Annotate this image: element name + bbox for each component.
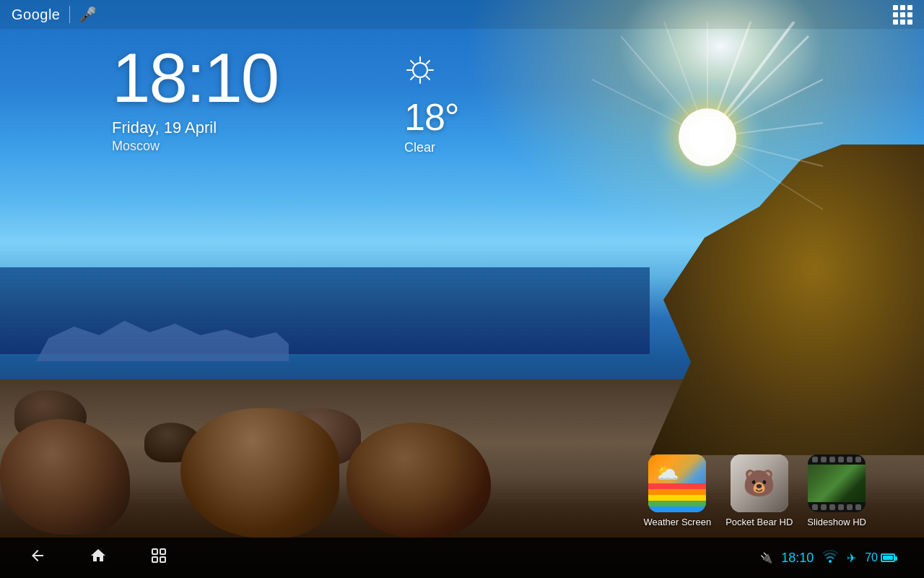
svg-rect-24	[160, 549, 165, 554]
svg-line-21	[427, 61, 430, 64]
sun-graphic	[592, 22, 823, 253]
logo-divider	[69, 6, 70, 23]
weather-widget: 18° Clear	[404, 54, 459, 155]
weather-description: Clear	[404, 140, 459, 155]
airplane-mode-icon: ✈	[847, 551, 856, 565]
apps-grid-button[interactable]	[893, 5, 912, 25]
back-button[interactable]	[29, 547, 46, 569]
grid-dot	[907, 12, 912, 17]
svg-point-14	[413, 63, 427, 77]
clock-time: 18:10	[112, 43, 278, 113]
svg-rect-23	[152, 549, 157, 554]
google-text: Google	[12, 7, 61, 23]
sun-icon-small	[404, 54, 436, 86]
battery-percentage: 70	[865, 551, 878, 564]
app-slideshow-hd[interactable]: Slideshow HD	[807, 454, 866, 527]
grid-dot	[907, 5, 912, 10]
clock-city: Moscow	[112, 139, 278, 154]
usb-icon: 🔌	[760, 552, 772, 564]
clock-date: Friday, 19 April	[112, 118, 278, 137]
grid-dot	[900, 12, 905, 17]
svg-rect-26	[160, 557, 165, 562]
grid-dot	[893, 12, 898, 17]
app-dock: Weather Screen Pocket Bear HD	[643, 454, 866, 527]
clock-widget: 18:10 Friday, 19 April Moscow	[112, 43, 278, 154]
svg-rect-25	[152, 557, 157, 562]
film-strip-bottom	[808, 502, 866, 512]
weather-temperature: 18°	[404, 95, 459, 139]
svg-line-20	[427, 77, 430, 80]
grid-dot	[907, 20, 912, 25]
nav-icons-left	[29, 547, 167, 569]
nav-icons-right: 🔌 18:10 ✈ 70	[760, 550, 895, 566]
svg-point-13	[689, 119, 725, 155]
app-weather-screen-label: Weather Screen	[643, 517, 711, 527]
navigation-bar: 🔌 18:10 ✈ 70	[0, 538, 924, 578]
grid-dot	[893, 20, 898, 25]
battery-indicator: 70	[865, 551, 895, 564]
microphone-icon[interactable]: 🎤	[79, 6, 97, 23]
svg-line-19	[411, 61, 414, 64]
app-pocket-bear-label: Pocket Bear HD	[725, 517, 793, 527]
grid-dot	[900, 20, 905, 25]
grid-dot	[900, 5, 905, 10]
nav-time: 18:10	[781, 551, 814, 566]
slideshow-icon	[808, 454, 866, 512]
recents-button[interactable]	[150, 547, 167, 569]
grid-dot	[893, 5, 898, 10]
app-slideshow-label: Slideshow HD	[807, 517, 866, 527]
battery-icon	[881, 553, 895, 562]
wifi-icon	[822, 550, 838, 566]
battery-fill	[883, 556, 893, 560]
weather-icon-stripes	[648, 483, 706, 512]
google-logo-area[interactable]: Google 🎤	[12, 6, 97, 23]
app-weather-screen[interactable]: Weather Screen	[643, 454, 711, 527]
weather-condition-icon	[404, 54, 459, 92]
weather-screen-icon	[648, 454, 706, 512]
top-status-bar: Google 🎤	[0, 0, 924, 29]
home-button[interactable]	[90, 547, 107, 569]
svg-line-22	[411, 77, 414, 80]
pocket-bear-icon	[731, 454, 788, 512]
app-pocket-bear-hd[interactable]: Pocket Bear HD	[725, 454, 793, 527]
film-strip-top	[808, 454, 866, 465]
